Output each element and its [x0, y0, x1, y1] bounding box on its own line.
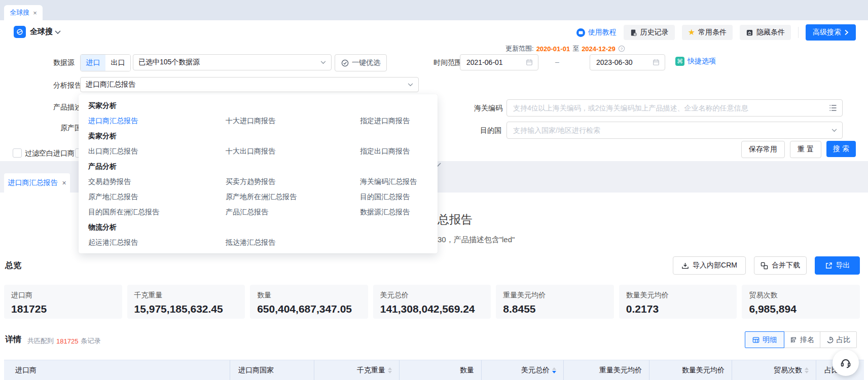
time-range-label: 时间范围 — [433, 58, 462, 66]
question-circle-icon[interactable]: ? — [618, 45, 625, 52]
menu-item-destination-summary-report[interactable]: 目的国汇总报告 — [360, 193, 428, 202]
page-tab-label: 全球搜 — [10, 8, 29, 17]
page-tab-global-search[interactable]: 全球搜 × — [4, 5, 43, 20]
menu-item-exporter-summary-report[interactable]: 出口商汇总报告 — [88, 147, 226, 156]
end-date-field[interactable] — [595, 58, 653, 67]
hs-code-field[interactable] — [512, 103, 829, 112]
close-icon[interactable]: × — [62, 179, 66, 187]
hs-code-input[interactable] — [507, 99, 843, 117]
end-date-input[interactable] — [590, 54, 665, 70]
tutorial-icon — [576, 28, 585, 37]
merge-download-button[interactable]: 合并下载 — [754, 256, 807, 275]
chevron-down-icon[interactable] — [55, 30, 61, 34]
hide-conditions-icon — [746, 29, 753, 36]
report-type-label: 分析报告 — [53, 81, 82, 89]
tutorial-link[interactable]: 使用教程 — [576, 28, 617, 37]
menu-item-data-source-summary-report[interactable]: 数据源汇总报告 — [360, 208, 428, 217]
menu-item-arrival-port-summary-report[interactable]: 抵达港汇总报告 — [226, 238, 360, 247]
sort-icon-active-desc[interactable] — [552, 367, 556, 373]
filter-blank-importer-label: 过滤空白进口商 — [25, 149, 75, 157]
filter-blank-importer-checkbox[interactable] — [13, 148, 22, 158]
col-importer-country[interactable]: 进口商国家 — [230, 360, 314, 380]
col-usd-total[interactable]: 美元总价 — [482, 360, 564, 380]
menu-item-specified-importer-report[interactable]: 指定进口商报告 — [360, 117, 428, 126]
destination-input[interactable] — [507, 122, 843, 139]
overview-stats: 进口商 181725 千克重量 15,975,185,632.45 数量 650… — [4, 285, 860, 319]
rank-icon — [790, 336, 797, 344]
history-icon — [630, 29, 637, 36]
col-importer[interactable]: 进口商 — [4, 360, 230, 380]
favorites-button[interactable]: ★ 常用条件 — [682, 25, 733, 40]
close-icon[interactable]: × — [33, 9, 37, 17]
toggle-import[interactable]: 进口 — [81, 55, 105, 71]
quick-options-icon: ⌘ — [675, 57, 684, 66]
update-range: 更新范围: 2020-01-01 至 2024-12-29 ? — [505, 44, 625, 53]
quick-options-link[interactable]: ⌘ 快捷选项 — [675, 57, 716, 66]
app-title: 全球搜 — [30, 27, 53, 36]
menu-group-buyer-analysis: 买家分析 — [79, 98, 438, 113]
app-logo-icon — [14, 26, 26, 38]
save-favorite-button[interactable]: 保存常用 — [741, 141, 785, 158]
toggle-export[interactable]: 出口 — [105, 55, 130, 71]
list-icon[interactable] — [829, 104, 837, 111]
import-export-toggle: 进口 出口 — [80, 54, 131, 71]
sort-icon[interactable] — [805, 367, 809, 373]
update-range-end: 2024-12-29 — [582, 45, 616, 53]
col-usd-per-weight[interactable]: 重量美元均价 — [564, 360, 649, 380]
chevron-down-icon — [408, 83, 413, 87]
report-subtitle-fragment: 30，产品描述包含"led" — [438, 235, 515, 245]
reset-button[interactable]: 重 置 — [790, 141, 821, 158]
hide-conditions-button[interactable]: 隐藏条件 — [740, 25, 791, 40]
calendar-icon — [526, 59, 533, 66]
one-click-select-button[interactable]: 一键优选 — [335, 54, 387, 71]
report-type-select[interactable]: 进口商汇总报告 — [80, 77, 419, 92]
result-tab-importer-summary[interactable]: 进口商汇总报告 × — [4, 173, 70, 193]
chevron-down-icon — [831, 129, 837, 132]
view-toggle-share[interactable]: 占比 — [820, 331, 857, 348]
view-toggle-detail[interactable]: 明细 — [745, 331, 784, 348]
menu-item-hs-code-summary-report[interactable]: 海关编码汇总报告 — [360, 177, 428, 186]
data-source-select[interactable]: 已选中105个数据源 — [133, 54, 332, 70]
stat-card-importers: 进口商 181725 — [4, 285, 122, 319]
sort-icon[interactable] — [388, 367, 392, 373]
headset-icon — [840, 357, 852, 369]
menu-item-destination-continent-summary-report[interactable]: 目的国所在洲汇总报告 — [88, 208, 226, 217]
start-date-input[interactable] — [460, 54, 538, 70]
match-count: 181725 — [56, 337, 78, 345]
advanced-search-button[interactable]: 高级搜索 — [806, 24, 856, 41]
menu-item-importer-summary-report[interactable]: 进口商汇总报告 — [88, 117, 226, 126]
import-icon — [681, 262, 689, 270]
menu-item-top-importers-report[interactable]: 十大进口商报告 — [226, 117, 360, 126]
stat-card-trade-count: 贸易次数 6,985,894 — [742, 285, 860, 319]
report-type-dropdown-menu: 买家分析 进口商汇总报告 十大进口商报告 指定进口商报告 卖家分析 出口商汇总报… — [79, 94, 438, 253]
menu-item-top-exporters-report[interactable]: 十大出口商报告 — [226, 147, 360, 156]
details-heading: 详情 — [5, 334, 21, 345]
col-quantity[interactable]: 数量 — [400, 360, 482, 380]
menu-item-specified-exporter-report[interactable]: 指定出口商报告 — [360, 147, 428, 156]
update-range-start: 2020-01-01 — [536, 45, 570, 53]
search-button[interactable]: 搜 索 — [826, 141, 856, 157]
customer-service-button[interactable] — [833, 350, 859, 376]
star-icon: ★ — [688, 28, 695, 36]
stat-card-usd-per-weight: 重量美元均价 8.8455 — [496, 285, 614, 319]
stat-card-quantity: 数量 650,404,687,347.05 — [250, 285, 368, 319]
menu-item-departure-port-summary-report[interactable]: 起运港汇总报告 — [88, 238, 226, 247]
col-usd-per-qty[interactable]: 数量美元均价 — [649, 360, 732, 380]
destination-field[interactable] — [512, 126, 831, 135]
destination-label: 目的国 — [480, 126, 501, 134]
history-button[interactable]: 历史记录 — [624, 25, 675, 40]
menu-item-trade-trend-report[interactable]: 交易趋势报告 — [88, 177, 226, 186]
menu-item-buyer-seller-trend-report[interactable]: 买卖方趋势报告 — [226, 177, 360, 186]
svg-text:?: ? — [620, 47, 623, 51]
menu-item-origin-summary-report[interactable]: 原产地汇总报告 — [88, 193, 226, 202]
menu-item-origin-continent-summary-report[interactable]: 原产地所在洲汇总报告 — [226, 193, 360, 202]
menu-item-product-summary-report[interactable]: 产品汇总报告 — [226, 208, 360, 217]
chevron-down-icon — [320, 61, 326, 64]
start-date-field[interactable] — [465, 58, 526, 67]
import-crm-button[interactable]: 导入内部CRM — [673, 256, 746, 275]
export-button[interactable]: 导出 — [815, 256, 860, 275]
col-trade-count[interactable]: 贸易次数 — [732, 360, 816, 380]
page-tabstrip — [0, 0, 868, 21]
view-toggle-rank[interactable]: 排名 — [784, 331, 820, 348]
col-kg-weight[interactable]: 千克重量 — [314, 360, 400, 380]
